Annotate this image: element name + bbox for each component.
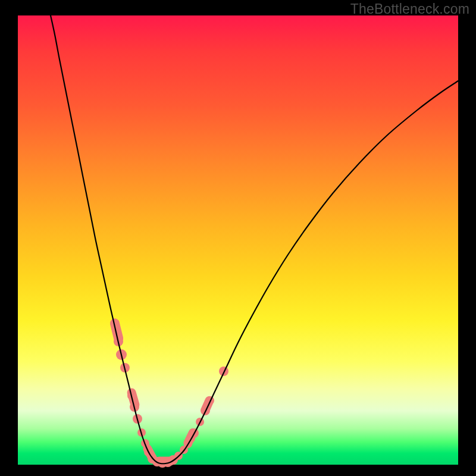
chart-svg: [0, 0, 476, 476]
bottleneck-curve: [51, 15, 458, 464]
watermark-text: TheBottleneck.com: [350, 1, 469, 17]
curve-markers: [109, 318, 228, 468]
